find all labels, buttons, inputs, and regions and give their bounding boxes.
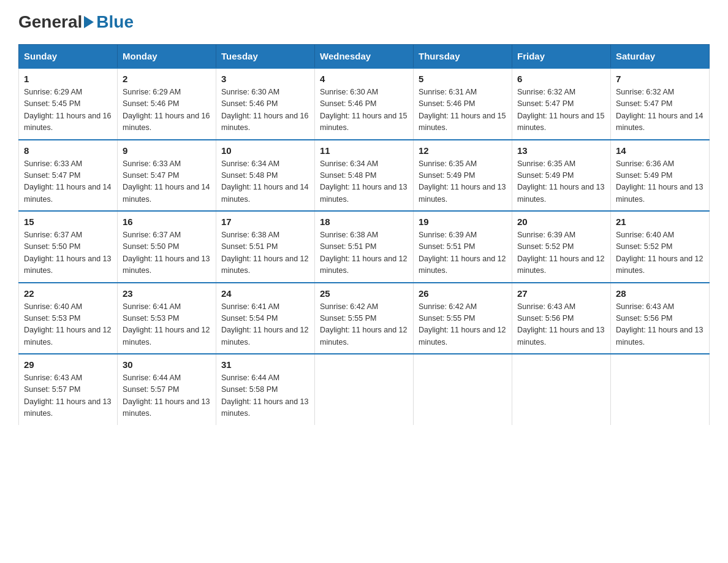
week-row-5: 29 Sunrise: 6:43 AM Sunset: 5:57 PM Dayl… (19, 354, 710, 425)
logo-blue: Blue (96, 12, 134, 32)
calendar-cell: 2 Sunrise: 6:29 AM Sunset: 5:46 PM Dayli… (118, 68, 216, 140)
calendar-cell (611, 354, 710, 425)
calendar-cell: 1 Sunrise: 6:29 AM Sunset: 5:45 PM Dayli… (19, 68, 118, 140)
day-info: Sunrise: 6:33 AM Sunset: 5:47 PM Dayligh… (123, 158, 211, 206)
day-info: Sunrise: 6:33 AM Sunset: 5:47 PM Dayligh… (24, 158, 112, 206)
day-number: 2 (123, 74, 211, 84)
day-number: 9 (123, 145, 211, 156)
day-number: 28 (616, 288, 704, 299)
day-number: 4 (320, 74, 408, 84)
day-info: Sunrise: 6:42 AM Sunset: 5:55 PM Dayligh… (419, 301, 507, 349)
day-number: 12 (419, 145, 507, 156)
day-info: Sunrise: 6:40 AM Sunset: 5:52 PM Dayligh… (616, 229, 704, 277)
day-number: 23 (123, 288, 211, 299)
calendar-cell: 13 Sunrise: 6:35 AM Sunset: 5:49 PM Dayl… (512, 140, 611, 212)
day-info: Sunrise: 6:31 AM Sunset: 5:46 PM Dayligh… (419, 86, 507, 134)
logo-arrow-icon (84, 16, 94, 28)
day-number: 11 (320, 145, 408, 156)
day-info: Sunrise: 6:39 AM Sunset: 5:52 PM Dayligh… (517, 229, 605, 277)
day-info: Sunrise: 6:44 AM Sunset: 5:58 PM Dayligh… (221, 372, 309, 420)
day-header-friday: Friday (512, 45, 611, 69)
day-info: Sunrise: 6:37 AM Sunset: 5:50 PM Dayligh… (24, 229, 112, 277)
calendar-cell: 18 Sunrise: 6:38 AM Sunset: 5:51 PM Dayl… (315, 211, 414, 283)
day-number: 25 (320, 288, 408, 299)
week-row-4: 22 Sunrise: 6:40 AM Sunset: 5:53 PM Dayl… (19, 283, 710, 354)
calendar-cell: 27 Sunrise: 6:43 AM Sunset: 5:56 PM Dayl… (512, 283, 611, 354)
day-info: Sunrise: 6:43 AM Sunset: 5:56 PM Dayligh… (517, 301, 605, 349)
calendar-cell: 12 Sunrise: 6:35 AM Sunset: 5:49 PM Dayl… (414, 140, 512, 212)
day-number: 19 (419, 216, 507, 227)
calendar-cell (512, 354, 611, 425)
logo-blue-part: Blue (82, 12, 134, 32)
day-info: Sunrise: 6:41 AM Sunset: 5:53 PM Dayligh… (123, 301, 211, 349)
calendar-cell: 25 Sunrise: 6:42 AM Sunset: 5:55 PM Dayl… (315, 283, 414, 354)
calendar-cell: 6 Sunrise: 6:32 AM Sunset: 5:47 PM Dayli… (512, 68, 611, 140)
day-number: 8 (24, 145, 112, 156)
day-number: 21 (616, 216, 704, 227)
day-info: Sunrise: 6:32 AM Sunset: 5:47 PM Dayligh… (517, 86, 605, 134)
day-info: Sunrise: 6:38 AM Sunset: 5:51 PM Dayligh… (320, 229, 408, 277)
calendar-cell: 31 Sunrise: 6:44 AM Sunset: 5:58 PM Dayl… (216, 354, 315, 425)
calendar-cell: 21 Sunrise: 6:40 AM Sunset: 5:52 PM Dayl… (611, 211, 710, 283)
day-info: Sunrise: 6:43 AM Sunset: 5:56 PM Dayligh… (616, 301, 704, 349)
day-header-saturday: Saturday (611, 45, 710, 69)
day-info: Sunrise: 6:39 AM Sunset: 5:51 PM Dayligh… (419, 229, 507, 277)
day-header-sunday: Sunday (19, 45, 118, 69)
day-info: Sunrise: 6:40 AM Sunset: 5:53 PM Dayligh… (24, 301, 112, 349)
page-header: General Blue (18, 12, 710, 32)
calendar-cell: 20 Sunrise: 6:39 AM Sunset: 5:52 PM Dayl… (512, 211, 611, 283)
calendar-cell: 4 Sunrise: 6:30 AM Sunset: 5:46 PM Dayli… (315, 68, 414, 140)
day-info: Sunrise: 6:29 AM Sunset: 5:46 PM Dayligh… (123, 86, 211, 134)
calendar-cell: 17 Sunrise: 6:38 AM Sunset: 5:51 PM Dayl… (216, 211, 315, 283)
calendar-cell: 7 Sunrise: 6:32 AM Sunset: 5:47 PM Dayli… (611, 68, 710, 140)
calendar-cell: 5 Sunrise: 6:31 AM Sunset: 5:46 PM Dayli… (414, 68, 512, 140)
logo-text: General Blue (18, 12, 134, 32)
day-number: 29 (24, 359, 112, 370)
day-number: 30 (123, 359, 211, 370)
calendar-table: SundayMondayTuesdayWednesdayThursdayFrid… (18, 44, 710, 425)
calendar-cell: 28 Sunrise: 6:43 AM Sunset: 5:56 PM Dayl… (611, 283, 710, 354)
day-number: 5 (419, 74, 507, 84)
calendar-cell: 8 Sunrise: 6:33 AM Sunset: 5:47 PM Dayli… (19, 140, 118, 212)
day-info: Sunrise: 6:37 AM Sunset: 5:50 PM Dayligh… (123, 229, 211, 277)
calendar-cell: 22 Sunrise: 6:40 AM Sunset: 5:53 PM Dayl… (19, 283, 118, 354)
day-info: Sunrise: 6:41 AM Sunset: 5:54 PM Dayligh… (221, 301, 309, 349)
day-header-wednesday: Wednesday (315, 45, 414, 69)
calendar-cell: 15 Sunrise: 6:37 AM Sunset: 5:50 PM Dayl… (19, 211, 118, 283)
day-number: 18 (320, 216, 408, 227)
day-header-thursday: Thursday (414, 45, 512, 69)
day-number: 13 (517, 145, 605, 156)
day-info: Sunrise: 6:34 AM Sunset: 5:48 PM Dayligh… (221, 158, 309, 206)
calendar-cell: 24 Sunrise: 6:41 AM Sunset: 5:54 PM Dayl… (216, 283, 315, 354)
calendar-cell: 23 Sunrise: 6:41 AM Sunset: 5:53 PM Dayl… (118, 283, 216, 354)
day-header-tuesday: Tuesday (216, 45, 315, 69)
header-row: SundayMondayTuesdayWednesdayThursdayFrid… (19, 45, 710, 69)
calendar-cell: 9 Sunrise: 6:33 AM Sunset: 5:47 PM Dayli… (118, 140, 216, 212)
calendar-cell: 16 Sunrise: 6:37 AM Sunset: 5:50 PM Dayl… (118, 211, 216, 283)
day-number: 24 (221, 288, 309, 299)
calendar-cell (414, 354, 512, 425)
day-info: Sunrise: 6:42 AM Sunset: 5:55 PM Dayligh… (320, 301, 408, 349)
calendar-cell: 3 Sunrise: 6:30 AM Sunset: 5:46 PM Dayli… (216, 68, 315, 140)
day-info: Sunrise: 6:35 AM Sunset: 5:49 PM Dayligh… (517, 158, 605, 206)
calendar-cell: 10 Sunrise: 6:34 AM Sunset: 5:48 PM Dayl… (216, 140, 315, 212)
day-number: 17 (221, 216, 309, 227)
week-row-2: 8 Sunrise: 6:33 AM Sunset: 5:47 PM Dayli… (19, 140, 710, 212)
day-number: 6 (517, 74, 605, 84)
day-info: Sunrise: 6:44 AM Sunset: 5:57 PM Dayligh… (123, 372, 211, 420)
calendar-cell: 14 Sunrise: 6:36 AM Sunset: 5:49 PM Dayl… (611, 140, 710, 212)
day-info: Sunrise: 6:30 AM Sunset: 5:46 PM Dayligh… (221, 86, 309, 134)
day-number: 20 (517, 216, 605, 227)
day-info: Sunrise: 6:32 AM Sunset: 5:47 PM Dayligh… (616, 86, 704, 134)
day-number: 15 (24, 216, 112, 227)
calendar-cell: 29 Sunrise: 6:43 AM Sunset: 5:57 PM Dayl… (19, 354, 118, 425)
day-info: Sunrise: 6:30 AM Sunset: 5:46 PM Dayligh… (320, 86, 408, 134)
calendar-cell: 19 Sunrise: 6:39 AM Sunset: 5:51 PM Dayl… (414, 211, 512, 283)
day-number: 1 (24, 74, 112, 84)
day-number: 26 (419, 288, 507, 299)
calendar-cell: 30 Sunrise: 6:44 AM Sunset: 5:57 PM Dayl… (118, 354, 216, 425)
day-info: Sunrise: 6:34 AM Sunset: 5:48 PM Dayligh… (320, 158, 408, 206)
day-number: 14 (616, 145, 704, 156)
day-info: Sunrise: 6:38 AM Sunset: 5:51 PM Dayligh… (221, 229, 309, 277)
logo: General Blue (18, 12, 134, 32)
